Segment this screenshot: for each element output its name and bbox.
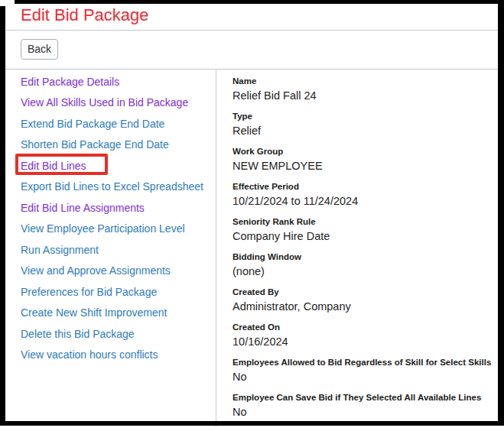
detail-field: Seniority Rank RuleCompany Hire Date	[232, 216, 493, 244]
field-value: Relief Bid Fall 24	[232, 89, 493, 103]
field-label: Seniority Rank Rule	[232, 216, 493, 227]
field-label: Bidding Window	[232, 251, 493, 262]
sidebar-item: Delete this Bid Package	[21, 323, 216, 345]
toolbar: Back	[5, 31, 498, 69]
sidebar-item: Extend Bid Package End Date	[21, 113, 216, 134]
detail-field: Work GroupNEW EMPLOYEE	[232, 146, 493, 173]
page-title: Edit Bid Package	[5, 0, 498, 30]
sidebar-link-view-employee-participation-level[interactable]: View Employee Participation Level	[21, 222, 185, 235]
sidebar-item: Edit Bid Lines	[21, 155, 216, 177]
detail-field: NameRelief Bid Fall 24	[232, 76, 493, 103]
sidebar-link-create-new-shift-improvement[interactable]: Create New Shift Improvement	[21, 306, 167, 319]
detail-field: Created ByAdministrator, Company	[232, 287, 493, 314]
sidebar-link-view-and-approve-assignments[interactable]: View and Approve Assignments	[21, 264, 171, 277]
main-columns: Edit Package DetailsView All Skills Used…	[5, 70, 498, 427]
sidebar-item: View All Skills Used in Bid Package	[21, 92, 216, 114]
sidebar-link-preferences-for-bid-package[interactable]: Preferences for Bid Package	[21, 286, 157, 298]
frame-border-right	[498, 0, 504, 426]
sidebar-item: Run Assignment	[21, 239, 216, 261]
field-label: Employee Can Save Bid if They Selected A…	[232, 392, 493, 403]
sidebar-item: Create New Shift Improvement	[21, 303, 216, 324]
detail-field: Bidding Window(none)	[232, 251, 493, 279]
sidebar-link-edit-package-details[interactable]: Edit Package Details	[21, 76, 119, 88]
sidebar-item: Edit Bid Line Assignments	[21, 197, 216, 219]
field-label: Created By	[232, 287, 493, 297]
detail-field: Employees Allowed to Bid Regardless of S…	[232, 357, 493, 384]
sidebar-link-shorten-bid-package-end-date[interactable]: Shorten Bid Package End Date	[21, 138, 169, 151]
field-label: Created On	[232, 322, 493, 332]
sidebar-link-view-all-skills-used-in-bid-package[interactable]: View All Skills Used in Bid Package	[21, 96, 188, 109]
sidebar-item: View Employee Participation Level	[21, 219, 216, 240]
field-value: 10/21/2024 to 11/24/2024	[232, 194, 493, 209]
sidebar-list: Edit Package DetailsView All Skills Used…	[5, 71, 216, 365]
field-value: Relief	[232, 124, 493, 138]
sidebar-link-edit-bid-lines[interactable]: Edit Bid Lines	[21, 160, 86, 172]
edit-bid-package-page: Edit Bid Package Back Edit Package Detai…	[0, 0, 504, 431]
sidebar-item: Export Bid Lines to Excel Spreadsheet	[21, 177, 216, 198]
sidebar-item: View vacation hours conflicts	[21, 345, 216, 366]
page-content: Edit Bid Package Back Edit Package Detai…	[5, 0, 498, 427]
sidebar-nav: Edit Package DetailsView All Skills Used…	[5, 70, 216, 427]
frame-border-left	[0, 6, 5, 426]
detail-field: Effective Period10/21/2024 to 11/24/2024	[232, 181, 493, 209]
sidebar-item: Shorten Bid Package End Date	[21, 134, 216, 156]
field-label: Employees Allowed to Bid Regardless of S…	[232, 357, 493, 368]
sidebar-item: View and Approve Assignments	[21, 261, 216, 282]
field-value: No	[232, 405, 493, 420]
sidebar-link-delete-this-bid-package[interactable]: Delete this Bid Package	[21, 328, 135, 340]
field-label: Work Group	[232, 146, 493, 157]
sidebar-link-run-assignment[interactable]: Run Assignment	[21, 244, 99, 256]
field-value: Company Hire Date	[232, 229, 493, 244]
sidebar-item: Edit Package Details	[21, 71, 216, 92]
frame-border-bottom	[2, 421, 504, 426]
field-value: NEW EMPLOYEE	[232, 159, 493, 173]
field-value: Administrator, Company	[232, 300, 493, 314]
details-panel: NameRelief Bid Fall 24TypeReliefWork Gro…	[216, 70, 498, 427]
detail-field: Employee Can Save Bid if They Selected A…	[232, 392, 493, 420]
field-label: Name	[232, 76, 493, 86]
sidebar-link-view-vacation-hours-conflicts[interactable]: View vacation hours conflicts	[21, 348, 158, 361]
frame-border-top	[15, 0, 504, 4]
sidebar-link-extend-bid-package-end-date[interactable]: Extend Bid Package End Date	[21, 118, 164, 130]
field-value: No	[232, 370, 493, 384]
sidebar-link-edit-bid-line-assignments[interactable]: Edit Bid Line Assignments	[21, 202, 145, 214]
back-button[interactable]: Back	[21, 39, 58, 60]
detail-field: TypeRelief	[232, 111, 493, 138]
field-value: 10/16/2024	[232, 335, 493, 349]
field-label: Effective Period	[232, 181, 493, 192]
sidebar-link-export-bid-lines-to-excel-spreadsheet[interactable]: Export Bid Lines to Excel Spreadsheet	[21, 180, 203, 193]
field-value: (none)	[232, 264, 493, 279]
detail-field: Created On10/16/2024	[232, 322, 493, 349]
field-label: Type	[232, 111, 493, 122]
sidebar-item: Preferences for Bid Package	[21, 281, 216, 303]
